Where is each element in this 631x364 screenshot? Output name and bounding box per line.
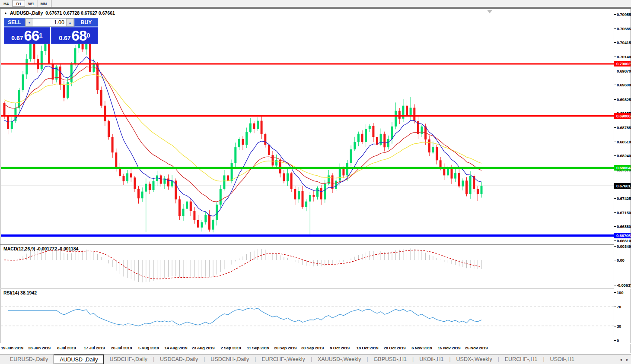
candle (25, 54, 28, 79)
sell-price-button[interactable]: 0.67 66 1 (4, 27, 50, 44)
candle (123, 174, 125, 185)
chart-title-symbol: AUDUSD-,Daily (10, 10, 43, 16)
macd-panel-canvas[interactable] (1, 245, 614, 288)
sell-button[interactable]: SELL (4, 18, 25, 27)
collapse-triangle-icon[interactable]: ▲ (4, 11, 7, 15)
candle (204, 212, 207, 225)
timeframe-button-mn[interactable]: MN (38, 0, 50, 7)
candle (186, 200, 188, 212)
candle (238, 137, 240, 150)
chart-shift-marker-icon[interactable] (487, 10, 492, 13)
candle (350, 146, 352, 167)
one-click-trade-panel: SELL ▼ 1.00 ▲ BUY 0.67 66 1 0.67 68 0 (4, 18, 98, 44)
candle (454, 169, 456, 182)
price-axis-label: 0.70415 (617, 40, 631, 45)
buy-price-main: 68 (72, 29, 87, 42)
date-axis-label: 20 Sep 2019 (270, 345, 300, 350)
level-price-marker: 0.70002 (614, 61, 631, 66)
candle (145, 178, 147, 232)
level-price-marker: 0.69006 (614, 113, 631, 119)
rsi-panel-canvas[interactable] (1, 289, 614, 343)
candle (298, 187, 300, 203)
rsi-dates-divider (0, 343, 631, 344)
rsi-axis-label: 30 (617, 324, 621, 329)
candle (18, 88, 20, 112)
symbol-tab-eurchf-h1[interactable]: EURCHF-,H1 (499, 355, 543, 364)
date-axis-label: 8 Jul 2019 (51, 345, 82, 350)
candle (227, 173, 229, 185)
price-axis-label: 0.70140 (617, 54, 631, 59)
price-axis-label: 0.69325 (617, 97, 631, 102)
candle (320, 185, 322, 205)
candle (354, 137, 356, 151)
candle (380, 129, 382, 146)
price-axis-label: 0.69870 (617, 69, 631, 73)
candle (357, 132, 360, 146)
candle (261, 116, 263, 139)
window-bottom-divider (0, 353, 631, 354)
macd-axis-tick (614, 285, 616, 285)
main-macd-divider[interactable] (0, 244, 631, 245)
price-chart-canvas[interactable] (1, 9, 614, 244)
candle (369, 124, 371, 132)
macd-rsi-divider[interactable] (0, 288, 631, 289)
sell-price-prefix: 0.67 (11, 34, 23, 42)
price-axis-tick (614, 226, 616, 227)
date-axis-label: 5 Aug 2019 (134, 345, 164, 350)
candle (167, 174, 169, 190)
buy-price-pip: 0 (86, 28, 90, 43)
chart-title-ohlc: 0.67671 0.67728 0.67627 0.67661 (45, 10, 115, 16)
timeframe-toolbar: H4D1W1MN (0, 0, 631, 7)
volume-input[interactable]: 1.00 (33, 19, 66, 26)
macd-indicator-label: MACD(12,26,9) -0.001772 -0.001184 (3, 246, 78, 251)
candle (391, 122, 393, 144)
symbol-tab-ukoil-h1[interactable]: UKOil-,H1 (414, 355, 449, 364)
symbol-tab-eurusd-daily[interactable]: EURUSD-,Daily (4, 355, 54, 364)
candle (462, 178, 464, 190)
symbol-tab-xauusd-weekly[interactable]: XAUUSD-,Weekly (312, 355, 366, 364)
date-axis-label: 18 Oct 2019 (352, 345, 382, 350)
date-axis-label: 14 Aug 2019 (161, 345, 191, 350)
symbol-tab-audusd-daily[interactable]: AUDUSD-,Daily (54, 355, 104, 364)
symbol-tab-eurchf-weekly[interactable]: EURCHF-,Weekly (256, 355, 310, 364)
volume-decrease-button[interactable]: ▼ (25, 19, 33, 26)
candle (481, 182, 483, 198)
candle (112, 134, 114, 158)
candle (190, 199, 192, 216)
rsi-axis-label: 100 (617, 290, 623, 295)
candle (137, 186, 140, 204)
price-axis-tick (614, 198, 616, 199)
candle (11, 117, 13, 133)
symbol-tab-usdcad-daily[interactable]: USDCAD-,Daily (154, 355, 204, 364)
symbol-tab-usdchf-daily[interactable]: USDCHF-,Daily (104, 355, 153, 364)
symbol-tab-usdcnh-daily[interactable]: USDCNH-,Daily (205, 355, 255, 364)
candle (175, 178, 177, 203)
tab-scroll-left-icon[interactable]: ◂ (620, 357, 622, 362)
price-axis-label: 0.69600 (617, 82, 631, 87)
symbol-tab-gbpusd-h1[interactable]: GBPUSD-,H1 (368, 355, 412, 364)
symbol-tab-usoil-h1[interactable]: USOil-,H1 (545, 355, 580, 364)
candle (74, 45, 76, 66)
candle (316, 187, 319, 200)
candle (376, 133, 378, 149)
candle (220, 185, 222, 208)
timeframe-button-w1[interactable]: W1 (25, 0, 38, 7)
current-price-marker: 0.67661 (614, 183, 631, 189)
rsi-axis-tick (614, 340, 616, 341)
volume-increase-button[interactable]: ▲ (66, 19, 74, 26)
timeframe-button-h4[interactable]: H4 (0, 0, 13, 7)
price-axis-tick (614, 85, 616, 85)
candle (245, 128, 248, 149)
price-axis-tick (614, 142, 616, 142)
symbol-tab-bar: EURUSD-,DailyAUDUSD-,DailyUSDCHF-,Daily|… (0, 354, 631, 364)
date-axis[interactable]: 19 Jun 201928 Jun 20198 Jul 201917 Jul 2… (0, 344, 614, 353)
date-axis-label: 28 Jun 2019 (24, 345, 54, 350)
symbol-tab-usdx-weekly[interactable]: USDX-,Weekly (451, 355, 498, 364)
tab-scroll-right-icon[interactable]: ▸ (626, 357, 628, 362)
candle (272, 151, 274, 169)
buy-price-button[interactable]: 0.67 68 0 (51, 27, 98, 44)
price-axis-tick (614, 42, 616, 43)
buy-button[interactable]: BUY (74, 18, 98, 27)
candle (208, 210, 210, 231)
timeframe-button-d1[interactable]: D1 (13, 0, 25, 7)
